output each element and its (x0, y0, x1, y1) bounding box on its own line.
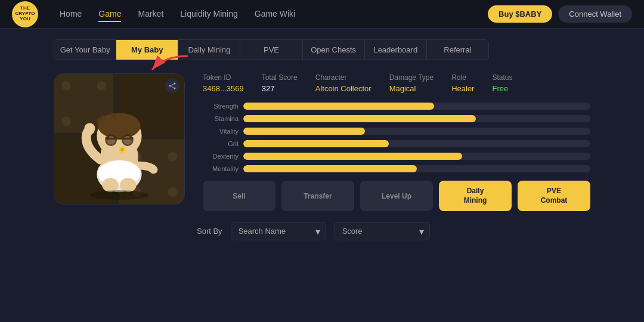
tab-get-baby[interactable]: Get Your Baby (54, 40, 116, 60)
nav-liquidity[interactable]: Liquidity Mining (180, 7, 238, 22)
token-id-label: Token ID (203, 73, 244, 82)
token-id-value: 3468...3569 (203, 84, 244, 93)
nav-right: Buy $BABY Connect Wallet (488, 5, 632, 23)
buy-baby-button[interactable]: Buy $BABY (488, 5, 552, 23)
damage-type-label: Damage Type (389, 73, 434, 82)
level-up-button[interactable]: Level Up (360, 181, 433, 211)
main-content: Get Your Baby My Baby Daily Mining PVE O… (0, 29, 644, 246)
score-select-wrap: Score (335, 222, 430, 240)
role-col: Role Healer (451, 73, 474, 93)
stat-bar-fill-strength (243, 103, 434, 110)
stat-label-strength: Strength (203, 103, 239, 110)
status-col: Status Free (492, 73, 512, 93)
svg-point-27 (85, 123, 95, 134)
stat-label-mentality: Mentality (203, 165, 239, 172)
nav-links: Home Game Market Liquidity Mining Game W… (60, 7, 488, 22)
connect-wallet-button[interactable]: Connect Wallet (558, 5, 632, 23)
svg-point-11 (168, 152, 177, 162)
svg-point-6 (61, 81, 71, 91)
damage-type-col: Damage Type Magical (389, 73, 434, 93)
svg-point-7 (97, 81, 106, 91)
card-area: Token ID 3468...3569 Total Score 327 Cha… (54, 73, 590, 211)
tab-referral[interactable]: Referral (427, 40, 488, 60)
role-value: Healer (451, 84, 474, 93)
tab-bar: Get Your Baby My Baby Daily Mining PVE O… (54, 39, 489, 60)
search-name-select[interactable]: Search Name (231, 222, 326, 240)
stat-row-strength: Strength (203, 103, 590, 110)
score-select[interactable]: Score (335, 222, 430, 240)
action-buttons: Sell Transfer Level Up DailyMining PVECo… (203, 181, 590, 211)
character-image-wrapper (54, 73, 185, 205)
total-score-value: 327 (262, 84, 298, 93)
stat-bar-fill-stamina (243, 115, 476, 122)
stat-row-mentality: Mentality (203, 165, 590, 172)
logo-icon: THECRYPTOYOU (12, 1, 38, 27)
stat-bar-bg-stamina (243, 115, 590, 122)
token-id-col: Token ID 3468...3569 (203, 73, 244, 93)
character-label: Character (315, 73, 371, 82)
svg-point-13 (168, 187, 177, 197)
arrow-indicator (146, 53, 194, 77)
search-name-select-wrap: Search Name (231, 222, 326, 240)
logo: THECRYPTOYOU (12, 1, 42, 27)
stat-label-grit: Grit (203, 140, 239, 147)
character-header: Token ID 3468...3569 Total Score 327 Cha… (203, 73, 590, 93)
stat-bar-bg-grit (243, 140, 590, 147)
svg-point-33 (169, 85, 171, 87)
nav-game[interactable]: Game (98, 7, 121, 22)
stat-bars: Strength Stamina Vitality Grit Dexterity (203, 103, 590, 172)
svg-rect-24 (107, 138, 131, 140)
stat-label-vitality: Vitality (203, 128, 239, 135)
stat-row-vitality: Vitality (203, 128, 590, 135)
stat-bar-fill-dexterity (243, 153, 462, 160)
stat-bar-fill-grit (243, 140, 389, 147)
svg-line-36 (171, 86, 174, 88)
sort-bar: Sort By Search Name Score (197, 222, 590, 240)
total-score-label: Total Score (262, 73, 298, 82)
tab-leaderboard[interactable]: Leaderboard (365, 40, 427, 60)
transfer-button[interactable]: Transfer (281, 181, 354, 211)
sort-by-label: Sort By (197, 227, 222, 236)
damage-type-value: Magical (389, 84, 434, 93)
total-score-col: Total Score 327 (262, 73, 298, 93)
nav-home[interactable]: Home (60, 7, 82, 22)
svg-point-32 (174, 83, 176, 85)
daily-mining-button[interactable]: DailyMining (439, 181, 512, 211)
svg-point-8 (61, 116, 71, 126)
character-name-value: Altcoin Collector (315, 84, 371, 93)
nav-wiki[interactable]: Game Wiki (255, 7, 295, 22)
svg-point-34 (174, 88, 176, 89)
character-svg (54, 74, 184, 204)
svg-point-29 (102, 178, 119, 192)
share-icon[interactable] (165, 79, 179, 93)
stat-bar-bg-mentality (243, 165, 590, 172)
nav-market[interactable]: Market (138, 7, 163, 22)
stat-bar-bg-strength (243, 103, 590, 110)
stat-row-stamina: Stamina (203, 115, 590, 122)
character-col: Character Altcoin Collector (315, 73, 371, 93)
stat-bar-fill-mentality (243, 165, 417, 172)
status-value: Free (492, 84, 512, 93)
navbar: THECRYPTOYOU Home Game Market Liquidity … (0, 0, 644, 29)
svg-point-30 (120, 178, 137, 192)
status-label: Status (492, 73, 512, 82)
tab-open-chests[interactable]: Open Chests (303, 40, 365, 60)
stat-bar-fill-vitality (243, 128, 365, 135)
svg-line-35 (171, 84, 174, 86)
stat-label-stamina: Stamina (203, 115, 239, 122)
stat-bar-bg-dexterity (243, 153, 590, 160)
stat-label-dexterity: Dexterity (203, 153, 239, 160)
stat-bar-bg-vitality (243, 128, 590, 135)
svg-point-31 (89, 190, 148, 200)
sell-button[interactable]: Sell (203, 181, 275, 211)
pve-combat-button[interactable]: PVECombat (518, 181, 590, 211)
stat-row-grit: Grit (203, 140, 590, 147)
role-label: Role (451, 73, 474, 82)
stat-row-dexterity: Dexterity (203, 153, 590, 160)
stats-panel: Token ID 3468...3569 Total Score 327 Cha… (203, 73, 590, 211)
svg-point-26 (120, 148, 124, 151)
tab-pve[interactable]: PVE (240, 40, 302, 60)
